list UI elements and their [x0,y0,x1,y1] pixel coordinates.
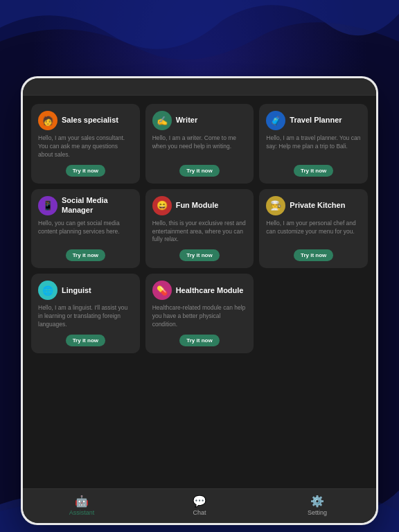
card-avatar-healthcare: 💊 [152,281,172,300]
card-description-kitchen: Hello, I am your personal chef and can c… [266,220,361,245]
card-try-button-writer[interactable]: Try it now [179,165,219,177]
card-try-button-linguist[interactable]: Try it now [66,335,105,346]
card-try-button-healthcare[interactable]: Try it now [179,335,219,346]
tab-setting[interactable]: ⚙️ Setting [258,495,376,516]
card-header-kitchen: 👨‍🍳 Private Kitchen [266,196,361,215]
wave-top-decoration [0,0,399,83]
card-try-button-kitchen[interactable]: Try it now [294,249,333,261]
device-screen: 🧑 Sales specialist Hello, I am your sale… [23,78,376,523]
card-avatar-fun: 😄 [152,196,172,215]
card-try-button-sales[interactable]: Try it now [66,165,105,177]
tab-icon-setting: ⚙️ [310,495,324,508]
card-header-healthcare: 💊 Healthcare Module [152,281,247,300]
card-header-linguist: 🌐 Linguist [38,281,133,300]
card-avatar-kitchen: 👨‍🍳 [266,196,285,215]
card-title-writer: Writer [176,116,198,125]
card-title-linguist: Linguist [62,286,91,295]
card-description-writer: Hello, I am a writer. Come to me when yo… [152,134,247,159]
card-try-button-travel[interactable]: Try it now [294,165,333,177]
app-tabbar: 🤖 Assistant 💬 Chat ⚙️ Setting [23,488,376,523]
tab-chat[interactable]: 💬 Chat [141,495,258,516]
card-title-fun: Fun Module [176,201,219,210]
tab-assistant[interactable]: 🤖 Assistant [23,495,141,516]
assistant-card-kitchen: 👨‍🍳 Private Kitchen Hello, I am your per… [259,189,368,269]
app-content: 🧑 Sales specialist Hello, I am your sale… [23,96,376,488]
card-description-healthcare: Healthcare-related module can help you h… [152,304,247,329]
card-header-social: 📱 Social Media Manager [38,196,133,215]
tab-label-setting: Setting [308,509,327,516]
card-description-fun: Hello, this is your exclusive rest and e… [152,220,247,245]
card-title-sales: Sales specialist [62,116,118,125]
app-header [23,78,376,96]
tab-icon-assistant: 🤖 [75,495,89,508]
assistant-card-writer: ✍️ Writer Hello, I am a writer. Come to … [145,104,254,184]
card-description-social: Hello, you can get social media content … [38,220,133,245]
card-header-fun: 😄 Fun Module [152,196,247,215]
assistant-card-linguist: 🌐 Linguist Hello, I am a linguist. I'll … [31,274,140,353]
card-avatar-writer: ✍️ [152,111,172,130]
assistant-card-travel: 🧳 Travel Planner Hello, I am a travel pl… [259,104,368,184]
assistant-card-sales: 🧑 Sales specialist Hello, I am your sale… [31,104,140,184]
card-avatar-linguist: 🌐 [38,281,57,300]
tab-icon-chat: 💬 [193,495,206,508]
card-header-travel: 🧳 Travel Planner [266,111,361,130]
device-frame: 🧑 Sales specialist Hello, I am your sale… [21,76,378,525]
card-description-linguist: Hello, I am a linguist. I'll assist you … [38,304,133,329]
card-header-sales: 🧑 Sales specialist [38,111,133,130]
cards-grid: 🧑 Sales specialist Hello, I am your sale… [31,104,368,353]
card-avatar-sales: 🧑 [38,111,57,130]
assistant-card-fun: 😄 Fun Module Hello, this is your exclusi… [145,189,254,269]
assistant-card-healthcare: 💊 Healthcare Module Healthcare-related m… [145,274,254,353]
card-title-kitchen: Private Kitchen [290,201,345,210]
card-description-travel: Hello, I am a travel planner. You can sa… [266,134,361,159]
assistant-card-social: 📱 Social Media Manager Hello, you can ge… [31,189,140,269]
card-try-button-fun[interactable]: Try it now [179,249,219,261]
card-avatar-social: 📱 [38,196,57,215]
card-title-healthcare: Healthcare Module [176,286,244,295]
card-title-social: Social Media Manager [62,196,133,214]
card-title-travel: Travel Planner [290,116,342,125]
tab-label-assistant: Assistant [69,509,95,516]
card-try-button-social[interactable]: Try it now [66,249,105,261]
card-header-writer: ✍️ Writer [152,111,247,130]
tab-label-chat: Chat [193,509,206,516]
card-avatar-travel: 🧳 [266,111,285,130]
card-description-sales: Hello, I am your sales consultant. You c… [38,134,133,159]
